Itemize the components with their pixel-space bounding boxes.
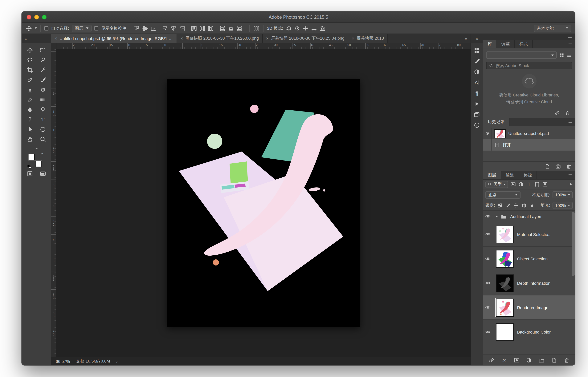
adjustment-layer-filter-icon[interactable] bbox=[518, 181, 524, 187]
status-options-chevron[interactable]: › bbox=[116, 359, 118, 364]
adjustments-panel-icon[interactable] bbox=[474, 69, 480, 75]
zoom-window-button[interactable] bbox=[42, 15, 47, 19]
new-document-from-state-icon[interactable] bbox=[544, 164, 550, 169]
layers-tab-通道[interactable]: 通道 bbox=[501, 171, 519, 179]
layer-thumbnail[interactable] bbox=[496, 225, 514, 243]
blur-tool[interactable] bbox=[23, 105, 36, 114]
grid-view-icon[interactable] bbox=[559, 52, 564, 58]
new-layer-icon[interactable] bbox=[551, 357, 557, 363]
align-bottom-edges-icon[interactable] bbox=[150, 25, 157, 31]
filter-toggle-icon[interactable] bbox=[569, 182, 573, 186]
eyedropper-tool[interactable] bbox=[36, 65, 49, 75]
tabs-overflow-chevron[interactable]: » bbox=[461, 34, 470, 43]
lock-all-icon[interactable] bbox=[529, 203, 535, 208]
layers-panel-menu-icon[interactable] bbox=[568, 173, 573, 178]
layers-tab-图层[interactable]: 图层 bbox=[483, 171, 501, 179]
shape-layer-filter-icon[interactable] bbox=[534, 181, 540, 187]
gradient-tool[interactable] bbox=[36, 94, 49, 105]
layer-row[interactable]: Depth Information bbox=[483, 271, 575, 295]
current-tool-icon[interactable] bbox=[25, 25, 32, 31]
history-brush-source-well[interactable] bbox=[483, 128, 492, 139]
crop-tool[interactable] bbox=[23, 65, 36, 75]
layers-tab-路径[interactable]: 路径 bbox=[519, 171, 537, 179]
swap-colors-icon[interactable]: ⇄ bbox=[41, 152, 43, 155]
layer-visibility-toggle[interactable] bbox=[483, 295, 493, 319]
layer-row[interactable]: Material Selectio... bbox=[483, 222, 575, 247]
document-tab[interactable]: ×屏幕快照 2018 bbox=[348, 34, 388, 43]
lock-position-icon[interactable] bbox=[513, 203, 519, 208]
group-expand-chevron[interactable] bbox=[496, 216, 498, 217]
background-color-swatch[interactable] bbox=[36, 161, 42, 167]
link-layers-icon[interactable] bbox=[489, 357, 495, 363]
workspace-switcher[interactable]: 基本功能 bbox=[534, 24, 571, 32]
layer-visibility-toggle[interactable] bbox=[483, 222, 493, 246]
smart-object-filter-icon[interactable] bbox=[542, 181, 548, 187]
pixel-layer-filter-icon[interactable] bbox=[510, 181, 516, 187]
align-left-edges-icon[interactable] bbox=[162, 25, 168, 31]
tab-close-icon[interactable]: × bbox=[180, 36, 183, 41]
dock-menu-icon[interactable] bbox=[567, 34, 572, 39]
search-input[interactable] bbox=[496, 63, 569, 68]
toolbar-collapse-chevron[interactable]: « bbox=[24, 36, 27, 41]
pen-tool[interactable] bbox=[23, 114, 36, 124]
layer-visibility-toggle[interactable] bbox=[483, 211, 493, 222]
eraser-tool[interactable] bbox=[23, 94, 36, 105]
edit-toolbar-button[interactable] bbox=[33, 146, 39, 151]
roll-3d-icon[interactable] bbox=[294, 25, 301, 31]
lock-artboard-icon[interactable] bbox=[521, 203, 527, 208]
library-select-dropdown[interactable] bbox=[486, 51, 557, 59]
layer-thumbnail[interactable] bbox=[496, 274, 514, 292]
distribute-horizontal-centers-icon[interactable] bbox=[228, 25, 234, 31]
blend-mode-dropdown[interactable]: 正常 bbox=[485, 191, 520, 198]
type-layer-filter-icon[interactable]: T bbox=[526, 181, 532, 187]
new-group-icon[interactable] bbox=[539, 357, 545, 363]
foreground-color-swatch[interactable] bbox=[29, 154, 35, 160]
timeline-panel-icon[interactable] bbox=[474, 101, 480, 107]
distribute-right-edges-icon[interactable] bbox=[236, 25, 242, 31]
layer-style-icon[interactable]: fx bbox=[501, 357, 507, 363]
zoom-3d-icon[interactable] bbox=[319, 25, 326, 31]
libraries-panel-menu-icon[interactable] bbox=[568, 42, 573, 47]
zoom-level-field[interactable]: 66.57% bbox=[56, 359, 70, 364]
layer-thumbnail[interactable] bbox=[496, 250, 514, 267]
horizontal-type-tool[interactable]: T bbox=[36, 114, 49, 124]
vertical-ruler[interactable]: 051 01 52 02 53 03 54 04 55 05 56 06 57 … bbox=[51, 49, 56, 357]
history-entry[interactable]: 打开 bbox=[483, 139, 575, 151]
ellipse-tool[interactable] bbox=[36, 124, 49, 134]
layer-visibility-toggle[interactable] bbox=[483, 247, 493, 271]
quick-mask-button[interactable] bbox=[23, 168, 36, 178]
auto-select-checkbox[interactable] bbox=[44, 26, 48, 30]
quick-selection-tool[interactable] bbox=[36, 55, 49, 65]
tab-close-icon[interactable]: × bbox=[266, 36, 269, 41]
new-adjustment-layer-icon[interactable] bbox=[526, 357, 532, 363]
pasteboard[interactable] bbox=[56, 49, 470, 357]
ruler-origin[interactable] bbox=[51, 43, 56, 49]
lock-pixels-icon[interactable] bbox=[505, 203, 511, 208]
distribute-left-edges-icon[interactable] bbox=[219, 25, 226, 31]
layer-group-row[interactable]: Additional Layers bbox=[483, 211, 575, 222]
orbit-3d-icon[interactable] bbox=[286, 25, 292, 31]
history-panel-title[interactable]: 历史记录 bbox=[483, 118, 509, 126]
distribute-top-edges-icon[interactable] bbox=[191, 25, 197, 31]
link-icon[interactable] bbox=[554, 110, 560, 116]
layer-visibility-toggle[interactable] bbox=[483, 320, 493, 344]
distribute-vertical-centers-icon[interactable] bbox=[199, 25, 205, 31]
brushes-panel-icon[interactable] bbox=[474, 58, 480, 64]
library-search-box[interactable] bbox=[486, 62, 572, 69]
move-tool[interactable] bbox=[23, 45, 36, 55]
distribute-bottom-edges-icon[interactable] bbox=[207, 25, 214, 31]
trash-icon[interactable] bbox=[565, 110, 570, 116]
layer-row[interactable]: Rendered Image bbox=[483, 295, 575, 320]
libraries-tab-库[interactable]: 库 bbox=[483, 40, 497, 48]
libraries-tab-调整[interactable]: 调整 bbox=[497, 40, 515, 48]
delete-state-icon[interactable] bbox=[566, 164, 572, 169]
document-tab[interactable]: ×屏幕快照 2018-06-30 下午10.26.00.png bbox=[177, 34, 263, 43]
spot-healing-brush-tool[interactable] bbox=[23, 75, 36, 85]
path-selection-tool[interactable] bbox=[23, 124, 36, 134]
rectangular-marquee-tool[interactable] bbox=[36, 45, 49, 55]
align-vertical-centers-icon[interactable] bbox=[142, 25, 148, 31]
hand-tool[interactable] bbox=[23, 134, 36, 144]
align-horizontal-centers-icon[interactable] bbox=[170, 25, 177, 31]
history-brush-source-well[interactable] bbox=[483, 139, 492, 151]
list-view-icon[interactable] bbox=[567, 52, 572, 58]
